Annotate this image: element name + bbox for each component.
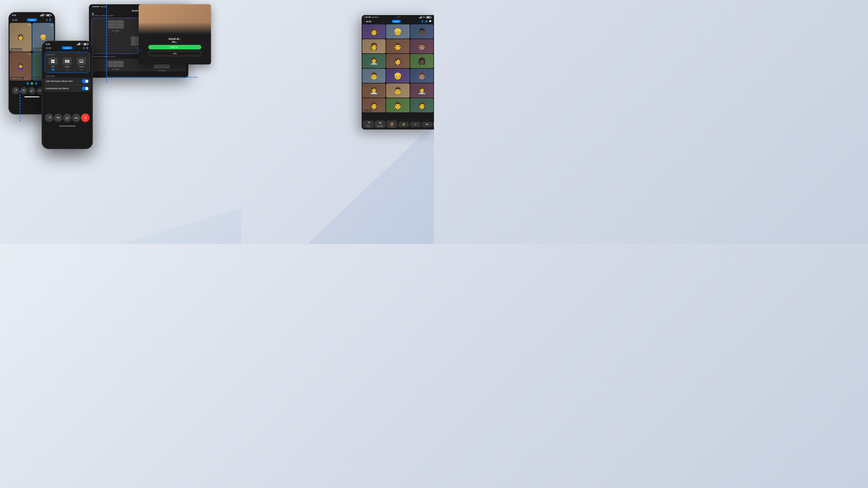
ipad-center-status-left: 2:55 PM Tue Mar 7 (92, 6, 107, 7)
signal-bars (40, 14, 43, 16)
ipad-cell-16: 👩 Marise Torres (362, 98, 385, 112)
ipad-right-bottom-bar: 🎤 Mute 📷 Stop video 📤 Share ⚡ ☺ ••• ✕ (362, 119, 434, 130)
landscape-3x2-radio[interactable] (115, 71, 117, 71)
ipad-bluetooth-icon: ⚡ (402, 123, 405, 126)
join-btn[interactable]: Join (148, 51, 201, 56)
phone2-speaker-btn[interactable]: 🔊 (63, 113, 71, 122)
ipad-right-back-btn[interactable]: ‹ (364, 21, 365, 23)
phone2-hide-participants-label: Hide Participants without Video (46, 80, 73, 82)
ipad-cell-17: 👨 (386, 98, 409, 112)
phone2-status-bar: 9:41 ▼ (42, 41, 92, 46)
ipad-cell-9: 👩🏿 (410, 54, 433, 68)
phone2-equal-icon (63, 58, 72, 65)
phone2-grid-label: Grid (51, 66, 54, 67)
ipad-center-settings[interactable]: ⚙ (92, 10, 94, 16)
landscape-3x2-option[interactable]: 3×2 videos (93, 61, 138, 71)
phone1-time: 9:41 (12, 14, 16, 16)
phone2-controls: 🎤 📷 🔊 ••• ✕ (42, 111, 92, 124)
portrait-2x3-option[interactable]: 2×3 videos (94, 20, 138, 35)
ipad-right-video-grid: 👩 👴 👨🏿 👩 👨 👨🏽 👩‍⚕️ 👩 👩🏿 👨 👴 👨🏽 👩‍💼 👨 👩‍⚕… (362, 24, 434, 113)
participants-icon: 👤 (49, 19, 52, 22)
ipad-reaction-btn[interactable]: ☺ (410, 122, 421, 127)
ipad-end-btn[interactable]: ✕ (433, 121, 434, 128)
phone2-video-btn[interactable]: 📷 (54, 113, 62, 122)
phone2-hide-participants-row: Hide Participants without Video (43, 78, 91, 85)
bg-shape-1 (253, 124, 434, 244)
ipad-cell-12: 👨🏽 (410, 69, 433, 83)
ipad-more-btn[interactable]: ••• (422, 122, 433, 127)
portrait-2x3-thumb (107, 20, 124, 29)
ipad-right-person-icon: 👥 (425, 20, 428, 23)
ipad-right-dots: ••• (397, 16, 401, 18)
phone2-options-section: OPTIONS Hide Participants without Video … (43, 74, 91, 92)
ipad-cell-1: 👩 (362, 24, 385, 38)
phone2-hide-names-toggle[interactable] (82, 87, 89, 90)
phone2-more-btn[interactable]: ••• (72, 113, 81, 122)
phone2-hide-participants-toggle[interactable] (82, 79, 89, 83)
phone2-layout-options: Grid Equal (47, 58, 88, 71)
settings-gear-icon: ⚙ (92, 12, 94, 15)
phone2-equal-label: Equal (65, 66, 69, 67)
ipad-right-header-icons: 👤 👥 💬 (421, 20, 432, 23)
ipad-stopvideo-btn[interactable]: 📷 Stop video (375, 121, 385, 128)
phone2-header: 12:40 Layout ℹ 👤 (42, 46, 92, 51)
phone2-spacer (42, 92, 92, 110)
phone1-status-bar: 9:41 ▼ (9, 13, 55, 18)
phone2-equal-option[interactable]: Equal (63, 58, 72, 71)
welcome-text-area: Good af...So... Start M... Join (138, 34, 211, 60)
ipad-cell-6: 👨🏽 (410, 39, 433, 53)
ipad-right-timer: ‹ 03:54 (364, 21, 371, 23)
info-icon: ℹ (46, 19, 47, 22)
phone2-layout-button[interactable]: Layout (62, 46, 73, 50)
ipad-right-status-left: 1:59 PM Tue Mar 7 (364, 16, 378, 18)
ipad-right-chat-icon: 💬 (429, 20, 432, 23)
phone2-grid-radio[interactable] (52, 68, 54, 71)
phone2-status-icons: ▼ (77, 43, 89, 45)
ipad-cell-3: 👨🏿 (410, 24, 433, 38)
ipad-cell-10: 👨 (362, 69, 385, 83)
phone2-hide-names-label: Automatically Hide Names (46, 87, 69, 90)
phone1-mute-btn[interactable]: 🎤 (12, 87, 19, 94)
phone1-status-icons: ▼ (40, 14, 52, 16)
ipad-mute-btn[interactable]: 🎤 Mute (363, 121, 374, 128)
phone2-time: 9:41 (46, 43, 50, 45)
ipad-share-icon: 📤 (390, 122, 394, 125)
ipad-bluetooth-btn[interactable]: ⚡ (398, 122, 409, 127)
portrait-2x3-radio[interactable] (115, 33, 117, 35)
phone2-wifi-icon: ▼ (81, 43, 83, 45)
phone1-header: 12:40 Layout ℹ 👤 (9, 18, 55, 22)
cell-name-clarissa: Clarissa Smith (10, 48, 22, 51)
phone1-speaker-btn[interactable]: 🔊 (28, 87, 36, 94)
phone2-focus-option[interactable]: Focus (77, 58, 86, 71)
ipad-right-layout-btn[interactable]: Layout (392, 20, 401, 23)
start-meeting-btn[interactable]: Start M... (148, 45, 201, 50)
ipad-share-btn[interactable]: 📤 Share (386, 121, 397, 128)
phone1-video-btn[interactable]: 📷 (20, 87, 27, 94)
ipad-cell-7: 👩‍⚕️ (362, 54, 385, 68)
landscape-3x2-label: 3×2 videos (112, 68, 119, 70)
ipad-right-status: 1:59 PM Tue Mar 7 ••• 80% (362, 15, 434, 19)
phone2-layout-panel: LAYOUT Grid (44, 52, 90, 73)
ipad-right-time: 1:59 PM (364, 16, 371, 18)
phone2-mute-btn[interactable]: 🎤 (45, 113, 53, 122)
phone2-equal-radio[interactable] (66, 68, 68, 71)
phone2-grid-option[interactable]: Grid (49, 58, 58, 71)
ipad-right-date: Tue Mar 7 (372, 16, 379, 18)
ipad-right: 1:59 PM Tue Mar 7 ••• 80% ‹ 03:54 Layout… (362, 15, 434, 130)
ipad-cell-8: 👩 (386, 54, 409, 68)
phone1-layout-button[interactable]: Layout (27, 19, 37, 22)
phone2-focus-radio[interactable] (80, 68, 83, 71)
phone1-cell-3: 👩‍🦱 ••• Isabelle Brennan (10, 52, 32, 81)
phone2-info-icon: ℹ (84, 47, 84, 50)
ipad-cell-14: 👨 (386, 84, 409, 98)
ipad-stopvideo-icon: 📷 (378, 122, 382, 125)
ipad-right-battery (427, 16, 432, 19)
cell-name-isabelle: Isabelle Brennan (10, 77, 24, 79)
welcome-greeting: Good af...So... (142, 37, 208, 43)
phone2-header-icons: ℹ 👤 (84, 47, 89, 50)
phone2-end-btn[interactable]: ✕ (81, 113, 90, 122)
ipad-cell-18: 👩 (410, 98, 433, 112)
ipad-right-participants-icon: 👤 (421, 20, 424, 23)
battery-icon (46, 14, 52, 16)
phone2-panel-title: LAYOUT (47, 54, 88, 56)
